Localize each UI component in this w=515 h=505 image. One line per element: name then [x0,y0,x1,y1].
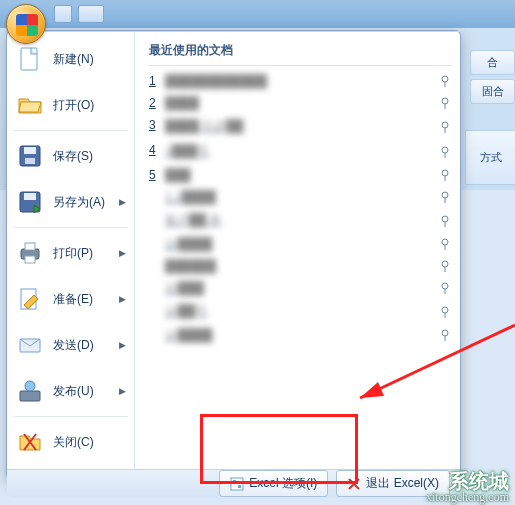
pin-icon[interactable] [438,120,452,134]
recent-doc-item[interactable]: ██████ [149,255,452,277]
recent-doc-name: ████████████ [165,74,267,88]
pin-icon[interactable] [438,145,452,159]
pin-icon[interactable] [438,214,452,228]
menu-close[interactable]: 关闭(C) [9,419,132,465]
pin-icon[interactable] [438,96,452,110]
menu-send-label: 发送(D) [53,337,111,354]
svg-rect-37 [231,478,243,490]
watermark: 系统城 xitongcheng.com [426,471,509,503]
recent-doc-number [149,281,159,295]
menu-print[interactable]: 打印(P) ▶ [9,230,132,276]
recent-doc-name: 10███ [165,281,204,295]
svg-rect-0 [21,48,37,70]
saveas-icon [15,187,45,217]
recent-doc-number: 4 [149,143,159,160]
title-bar [0,0,515,28]
ribbon-combine-label: 固合 [482,85,504,97]
pin-icon[interactable] [438,281,452,295]
menu-open-label: 打开(O) [53,97,126,114]
pin-icon[interactable] [438,74,452,88]
menu-send[interactable]: 发送(D) ▶ [9,322,132,368]
options-icon [230,477,244,491]
save-icon [15,141,45,171]
svg-point-29 [442,261,448,267]
recent-doc-item[interactable]: 客户██ 单 [149,208,452,233]
ribbon-merge-button[interactable]: 合 [470,50,515,75]
menu-separator [13,416,128,417]
ribbon-combine-button[interactable]: 固合 [470,79,515,104]
recent-doc-number [149,212,159,229]
recent-doc-link[interactable]: 41███号 [149,143,209,160]
recent-doc-name: ████ 引进██ [165,118,243,135]
pin-icon[interactable] [438,168,452,182]
recent-doc-name: ██████ [165,259,216,273]
recent-doc-item[interactable]: 10████ [149,324,452,346]
menu-open[interactable]: 打开(O) [9,82,132,128]
recent-doc-link[interactable]: 客户██ 单 [149,212,221,229]
menu-save[interactable]: 保存(S) [9,133,132,179]
chevron-right-icon: ▶ [119,386,126,396]
recent-doc-link[interactable]: 10████ [149,237,212,251]
recent-doc-link[interactable]: 10███ [149,281,204,295]
svg-point-15 [442,98,448,104]
recent-doc-name: 10████ [165,328,212,342]
recent-doc-item[interactable]: 1████████████ [149,70,452,92]
recent-doc-item[interactable]: 41███号 [149,139,452,164]
menu-publish[interactable]: 发布(U) ▶ [9,368,132,414]
new-icon [15,44,45,74]
recent-doc-link[interactable]: 1.1████ [149,190,216,204]
menu-new-label: 新建(N) [53,51,126,68]
excel-options-button[interactable]: Excel 选项(I) [219,470,328,497]
recent-doc-link[interactable]: 10██号 [149,303,207,320]
qat-undo-button[interactable] [78,5,104,23]
recent-doc-link[interactable]: 5███ [149,168,191,182]
recent-doc-item[interactable]: 3████ 引进██ [149,114,452,139]
pin-icon[interactable] [438,237,452,251]
ribbon-merge-label: 合 [487,56,498,68]
recent-documents-panel: 最近使用的文档 1████████████2████3████ 引进██41██… [135,32,460,469]
recent-doc-item[interactable]: 10████ [149,233,452,255]
menu-saveas-label: 另存为(A) [53,194,111,211]
svg-rect-2 [24,147,36,154]
ribbon-format-group[interactable]: 方式 [465,130,515,185]
recent-doc-link[interactable]: 3████ 引进██ [149,118,243,135]
svg-point-17 [442,122,448,128]
svg-rect-11 [20,391,40,401]
recent-doc-number [149,303,159,320]
svg-point-23 [442,192,448,198]
recent-doc-link[interactable]: 2████ [149,96,199,110]
close-icon [15,427,45,457]
recent-doc-number: 5 [149,168,159,182]
pin-icon[interactable] [438,190,452,204]
ribbon-format-label: 方式 [480,150,502,165]
recent-doc-item[interactable]: 2████ [149,92,452,114]
qat-redo-button[interactable] [110,5,122,23]
office-button[interactable] [6,4,46,44]
menu-separator [13,227,128,228]
svg-point-27 [442,239,448,245]
recent-doc-number: 1 [149,74,159,88]
svg-rect-5 [24,193,36,200]
recent-doc-link[interactable]: 10████ [149,328,212,342]
qat-save-button[interactable] [54,5,72,23]
recent-doc-item[interactable]: 10███ [149,277,452,299]
recent-doc-item[interactable]: 5███ [149,164,452,186]
pin-icon[interactable] [438,305,452,319]
pin-icon[interactable] [438,259,452,273]
pin-icon[interactable] [438,328,452,342]
menu-print-label: 打印(P) [53,245,111,262]
recent-doc-number [149,259,159,273]
recent-doc-link[interactable]: ██████ [149,259,216,273]
svg-rect-8 [25,256,35,263]
recent-doc-link[interactable]: 1████████████ [149,74,267,88]
menu-prepare[interactable]: 准备(E) ▶ [9,276,132,322]
recent-doc-number [149,237,159,251]
menu-saveas[interactable]: 另存为(A) ▶ [9,179,132,225]
svg-point-33 [442,307,448,313]
recent-doc-name: 1███号 [165,143,209,160]
recent-doc-item[interactable]: 10██号 [149,299,452,324]
menu-prepare-label: 准备(E) [53,291,111,308]
recent-doc-item[interactable]: 1.1████ [149,186,452,208]
svg-point-13 [442,76,448,82]
chevron-right-icon: ▶ [119,340,126,350]
